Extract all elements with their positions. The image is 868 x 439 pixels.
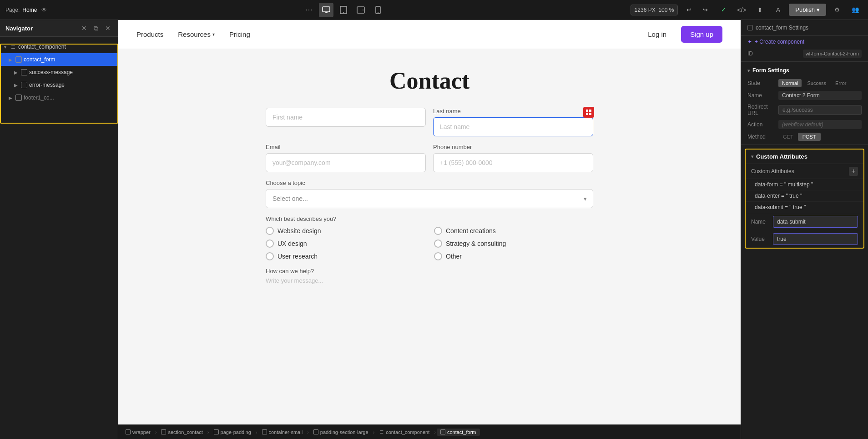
box-icon <box>15 56 22 63</box>
state-row: State Normal Success Error <box>741 77 868 89</box>
tree-item-error-message[interactable]: ▶ error-message <box>0 79 118 91</box>
attr-entry-data-form[interactable]: data-form = " multistep " <box>746 179 863 190</box>
redo-btn[interactable]: ↪ <box>698 3 712 17</box>
tree-item-label: success-message <box>29 69 73 75</box>
svg-point-8 <box>378 12 378 13</box>
left-panel: Navigator ✕ ⧉ ✕ ▾ ☰ contact_component ▶ … <box>0 20 118 439</box>
attr-name-input[interactable] <box>773 216 858 228</box>
chevron-right-icon: ▶ <box>13 69 19 75</box>
attr-value-row: Value <box>746 230 863 248</box>
tree-item-contact-form[interactable]: ▶ contact_form <box>0 53 118 66</box>
custom-attr-sub-header: Custom Attributes + <box>746 164 863 179</box>
box-icon <box>262 429 267 434</box>
radio-item-content[interactable]: Content creations <box>434 227 593 235</box>
eye-icon[interactable]: 👁 <box>41 7 47 13</box>
radio-item-research[interactable]: User research <box>266 252 425 260</box>
nav-link-resources[interactable]: Resources▾ <box>178 30 215 38</box>
method-get-btn[interactable]: GET <box>778 133 798 141</box>
method-post-btn[interactable]: POST <box>798 133 821 141</box>
navigator-header: Navigator ✕ ⧉ ✕ <box>0 20 118 37</box>
add-attribute-btn[interactable]: + <box>849 167 858 176</box>
tree-item-success-message[interactable]: ▶ success-message <box>0 66 118 79</box>
breadcrumb-section-contact[interactable]: section_contact <box>157 429 206 436</box>
spell-check-btn[interactable]: A <box>771 3 785 17</box>
box-icon <box>313 429 318 434</box>
tablet-landscape-btn[interactable] <box>353 3 368 17</box>
nav-log-in[interactable]: Log in <box>648 30 666 38</box>
nav-sign-up[interactable]: Sign up <box>681 26 722 43</box>
selected-indicator[interactable] <box>583 107 594 118</box>
box-icon <box>15 95 22 101</box>
redirect-row: Redirect URL <box>741 102 868 118</box>
nav-link-products[interactable]: Products <box>136 30 163 38</box>
breadcrumb-page-padding[interactable]: page-padding <box>210 429 255 436</box>
tree-item-footer[interactable]: ▶ footer1_co... <box>0 91 118 104</box>
page-info: Page: Home 👁 <box>5 7 60 13</box>
nav-link-pricing[interactable]: Pricing <box>229 30 250 38</box>
chevron-right-icon: ▶ <box>13 82 19 88</box>
dots-menu[interactable]: ⋯ <box>305 5 313 14</box>
svg-rect-10 <box>589 110 591 112</box>
mobile-view-btn[interactable] <box>371 3 385 17</box>
email-label: Email <box>266 144 426 150</box>
navigator-title: Navigator <box>5 25 33 32</box>
tree-item-label: error-message <box>29 82 65 88</box>
radio-circle <box>266 252 274 260</box>
radio-item-website[interactable]: Website design <box>266 227 425 235</box>
site-nav: Products Resources▾ Pricing Log in Sign … <box>118 20 741 49</box>
state-success-btn[interactable]: Success <box>803 79 830 87</box>
attr-name-row: Name <box>746 213 863 230</box>
state-normal-btn[interactable]: Normal <box>778 79 802 87</box>
publish-btn[interactable]: Publish ▾ <box>789 4 826 16</box>
state-error-btn[interactable]: Error <box>832 79 850 87</box>
radio-item-ux[interactable]: UX design <box>266 239 425 248</box>
attr-entry-data-submit[interactable]: data-submit = " true " <box>746 202 863 213</box>
radio-item-strategy[interactable]: Strategy & consulting <box>434 239 593 248</box>
users-btn[interactable]: 👥 <box>848 3 863 17</box>
breadcrumb-padding-section-large[interactable]: padding-section-large <box>310 429 372 436</box>
contact-title: Contact <box>118 49 741 108</box>
radio-grid: Website design Content creations UX desi… <box>266 227 593 260</box>
box-icon <box>440 429 445 434</box>
create-component-btn[interactable]: ✦ + Create component <box>741 36 868 48</box>
message-label: Write your message... <box>266 277 593 284</box>
first-name-input[interactable] <box>266 108 426 127</box>
topic-select[interactable]: Select one... <box>266 189 593 208</box>
breadcrumb-contact-component[interactable]: ☰ contact_component <box>375 429 433 436</box>
navigator-popout-btn[interactable]: ⧉ <box>91 24 101 33</box>
code-btn[interactable]: </> <box>734 3 749 17</box>
chevron-down-icon: ▾ <box>751 154 753 159</box>
navigator-close-btn[interactable]: ✕ <box>80 24 89 33</box>
phone-label: Phone number <box>433 144 593 150</box>
svg-rect-0 <box>323 7 330 12</box>
box-icon <box>161 429 166 434</box>
attr-entry-data-enter[interactable]: data-enter = " true " <box>746 190 863 202</box>
attr-value-input[interactable] <box>773 233 858 245</box>
form-name-row: Name Contact 2 Form <box>741 89 868 102</box>
panel-title: contact_form Settings <box>756 25 808 31</box>
navigator-detach-btn[interactable]: ✕ <box>103 24 112 33</box>
svg-rect-12 <box>589 113 591 115</box>
form-settings-header[interactable]: ▾ Form Settings <box>741 64 868 77</box>
undo-btn[interactable]: ↩ <box>681 3 696 17</box>
breadcrumb-wrapper[interactable]: wrapper <box>122 429 154 436</box>
desktop-view-btn[interactable] <box>319 3 333 17</box>
settings-header: contact_form Settings <box>741 20 868 36</box>
share-btn[interactable]: ⬆ <box>752 3 767 17</box>
radio-item-other[interactable]: Other <box>434 252 593 260</box>
last-name-input[interactable] <box>433 117 593 136</box>
email-input[interactable] <box>266 153 426 172</box>
check-publish-btn[interactable]: ✓ <box>716 3 731 17</box>
tree-item-label: contact_form <box>24 56 55 63</box>
checkbox-icon <box>747 25 753 30</box>
breadcrumb-contact-form[interactable]: contact_form <box>437 429 480 436</box>
tablet-view-btn[interactable] <box>336 3 351 17</box>
form-name-value: Contact 2 Form <box>778 91 862 100</box>
tree-item-contact-component[interactable]: ▾ ☰ contact_component <box>0 40 118 53</box>
canvas-area[interactable]: Products Resources▾ Pricing Log in Sign … <box>118 20 741 439</box>
phone-input[interactable] <box>433 153 593 172</box>
nav-tree: ▾ ☰ contact_component ▶ contact_form ▶ s… <box>0 37 118 439</box>
breadcrumb-container-small[interactable]: container-small <box>258 429 307 436</box>
redirect-input[interactable] <box>778 105 862 115</box>
settings-btn[interactable]: ⚙ <box>830 3 844 17</box>
